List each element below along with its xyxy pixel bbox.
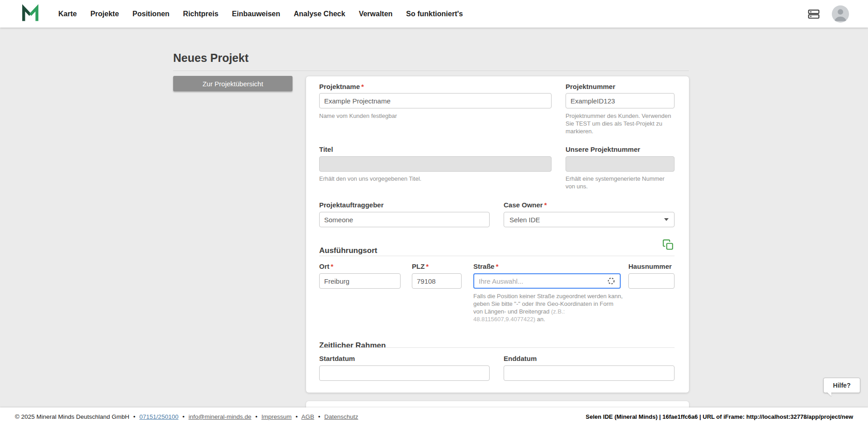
projektnummer-helper: Projektnummer des Kunden. Verwenden Sie … [566,112,675,135]
nav-item-verwalten[interactable]: Verwalten [359,10,393,18]
projektname-label-text: Projektname [319,83,360,90]
strasse-input-focused[interactable] [473,273,621,289]
server-rack-icon[interactable] [807,8,821,20]
nav-item-projekte[interactable]: Projekte [90,10,119,18]
startdatum-label: Startdatum [319,355,355,362]
strasse-helper-main: Falls die Position keiner Straße zugeord… [473,293,623,315]
logo-m-icon [20,4,40,24]
ort-input[interactable] [319,273,401,289]
footer-session-info: Selen IDE (Mineral Minds) | 16fae1ffc6a6… [586,413,853,420]
titel-label: Titel [319,145,333,153]
footer-user-name: Selen IDE [586,413,613,420]
nav-item-karte[interactable]: Karte [58,10,77,18]
help-bubble-button[interactable]: Hilfe? [823,378,860,393]
footer-separator: • [133,413,136,420]
projektnummer-input[interactable] [566,93,675,108]
plz-label-text: PLZ [412,262,425,270]
projektnummer-label: Projektnummer [566,83,615,90]
required-marker: * [331,262,334,270]
footer-impressum-link[interactable]: Impressum [261,413,292,420]
new-project-form-card: Projektname* Name vom Kunden festlegbar … [306,76,689,393]
mineral-minds-logo[interactable] [20,4,40,24]
hausnummer-input[interactable] [628,273,675,289]
avatar-icon [832,5,849,23]
footer-left: © 2025 Mineral Minds Deutschland GmbH • … [15,413,358,420]
chevron-down-icon [664,218,669,221]
required-marker: * [361,83,364,90]
titel-helper: Erhält den von uns vorgegebenen Titel. [319,175,421,183]
ausfuehrungsort-divider [319,256,675,256]
unsere-projektnummer-helper: Erhält eine systemgenerierte Nummer von … [566,175,675,190]
projektname-input[interactable] [319,93,552,108]
section-ausfuehrungsort-title: Ausführungsort [319,246,377,255]
case-owner-label-text: Case Owner [504,201,543,209]
ort-label-text: Ort [319,262,330,270]
copy-location-icon[interactable] [662,239,674,252]
footer-session-details: (Mineral Minds) | 16fae1ffc6a6 | URL of … [613,413,853,420]
next-section-card-peek [306,401,689,407]
strasse-helper-suffix: an. [535,316,545,323]
navbar: Karte Projekte Positionen Richtpreis Ein… [0,0,868,28]
footer-separator: • [182,413,184,420]
footer-copyright: © 2025 Mineral Minds Deutschland GmbH [15,413,129,420]
enddatum-label: Enddatum [504,355,537,362]
footer-email-link[interactable]: info@mineral-minds.de [189,413,251,420]
back-to-project-overview-button[interactable]: Zur Projektübersicht [173,76,292,91]
unsere-projektnummer-label: Unsere Projektnummer [566,145,640,153]
user-avatar[interactable] [832,5,849,23]
required-marker: * [496,262,499,270]
case-owner-selected-value: Selen IDE [509,216,540,224]
titel-input-disabled [319,156,552,172]
footer-separator: • [296,413,298,420]
title-divider [173,70,689,71]
footer-datenschutz-link[interactable]: Datenschutz [324,413,358,420]
projektauftraggeber-input[interactable] [319,212,490,227]
main-menu: Karte Projekte Positionen Richtpreis Ein… [58,10,463,18]
footer-phone-link[interactable]: 07151/250100 [139,413,178,420]
strasse-label-text: Straße [473,262,495,270]
projektauftraggeber-label: Projektauftraggeber [319,201,384,209]
nav-item-richtpreis[interactable]: Richtpreis [183,10,218,18]
page-title: Neues Projekt [173,51,249,65]
nav-item-einbauweisen[interactable]: Einbauweisen [232,10,280,18]
strasse-helper: Falls die Position keiner Straße zugeord… [473,292,623,323]
unsere-projektnummer-input-disabled [566,156,675,172]
hausnummer-label: Hausnummer [628,262,672,270]
footer-separator: • [255,413,258,420]
projektname-label: Projektname* [319,83,364,90]
plz-label: PLZ* [412,262,429,270]
case-owner-label: Case Owner* [504,201,547,209]
footer-agb-link[interactable]: AGB [302,413,315,420]
plz-input[interactable] [412,273,462,289]
navbar-right [807,5,849,23]
ort-label: Ort* [319,262,333,270]
case-owner-select[interactable]: Selen IDE [504,212,675,227]
required-marker: * [544,201,547,209]
loading-spinner-icon [607,277,615,285]
enddatum-input[interactable] [504,365,675,381]
nav-item-so-funktionierts[interactable]: So funktioniert's [406,10,463,18]
nav-item-analyse-check[interactable]: Analyse Check [294,10,345,18]
section-zeitlicher-rahmen-title: Zeitlicher Rahmen [319,341,386,350]
footer: © 2025 Mineral Minds Deutschland GmbH • … [0,407,868,426]
footer-separator: • [318,413,321,420]
strasse-label: Straße* [473,262,499,270]
projektname-helper: Name vom Kunden festlegbar [319,112,397,120]
nav-item-positionen[interactable]: Positionen [132,10,170,18]
zeitlicher-rahmen-divider [319,347,675,348]
required-marker: * [426,262,429,270]
startdatum-input[interactable] [319,365,490,381]
